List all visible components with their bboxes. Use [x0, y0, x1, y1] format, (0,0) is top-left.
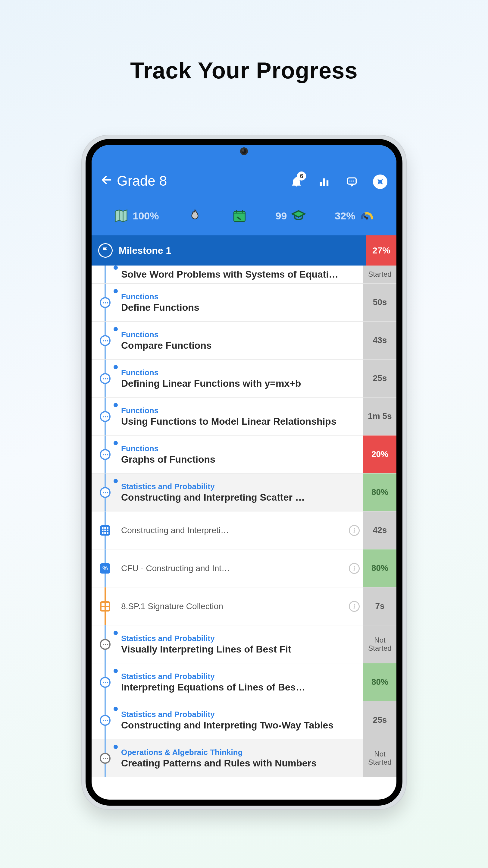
list-item[interactable]: %CFU - Constructing and Int…i80%: [92, 550, 396, 587]
list-item[interactable]: FunctionsGraphs of Functions20%: [92, 435, 396, 473]
list-item[interactable]: Statistics and ProbabilityInterpreting E…: [92, 663, 396, 701]
item-title: Constructing and Interpreti…: [121, 526, 339, 535]
timeline-cell: [92, 435, 119, 473]
info-button[interactable]: i: [345, 587, 363, 625]
item-category: Statistics and Probability: [121, 672, 357, 681]
item-status: Started: [363, 266, 396, 283]
svg-rect-20: [106, 603, 109, 606]
svg-rect-3: [327, 180, 328, 186]
metric-points[interactable]: 99: [275, 208, 307, 224]
item-content: Solve Word Problems with Systems of Equa…: [119, 266, 363, 283]
list-item[interactable]: Operations & Algebraic ThinkingCreating …: [92, 739, 396, 777]
metric-calendar[interactable]: [231, 208, 248, 224]
flame-icon: [187, 208, 203, 224]
svg-rect-16: [102, 532, 104, 534]
timeline-cell: [92, 663, 119, 701]
item-title: Using Functions to Model Linear Relation…: [121, 416, 357, 427]
timeline-cell: [92, 284, 119, 321]
item-content: FunctionsGraphs of Functions: [119, 435, 363, 473]
svg-point-7: [353, 181, 354, 182]
list-item[interactable]: FunctionsCompare Functions43s: [92, 321, 396, 360]
notifications-button[interactable]: 6: [290, 175, 303, 188]
item-title: Constructing and Interpreting Two-Way Ta…: [121, 720, 357, 731]
timeline-cell: [92, 587, 119, 625]
list-item[interactable]: Statistics and ProbabilityConstructing a…: [92, 701, 396, 739]
info-button[interactable]: i: [345, 512, 363, 549]
item-title: Graphs of Functions: [121, 454, 357, 465]
timeline-cell: %: [92, 550, 119, 587]
timeline-cell: [92, 739, 119, 777]
milestone-bar[interactable]: Milestone 1 27%: [92, 236, 396, 266]
list-item[interactable]: Solve Word Problems with Systems of Equa…: [92, 266, 396, 284]
item-content: 8.SP.1 Signature Collection: [119, 587, 345, 625]
item-title: Compare Functions: [121, 340, 357, 351]
item-category: Statistics and Probability: [121, 482, 357, 491]
progress-node-icon: [100, 297, 110, 308]
notification-count-badge: 6: [297, 172, 306, 181]
item-category: Statistics and Probability: [121, 710, 357, 719]
app-screenshot: Grade 8 6: [92, 145, 396, 800]
item-title: Interpreting Equations of Lines of Bes…: [121, 682, 357, 693]
info-button[interactable]: i: [345, 550, 363, 587]
grid-icon: [100, 525, 110, 535]
item-content: Statistics and ProbabilityVisually Inter…: [119, 625, 363, 663]
timeline-cell: [92, 321, 119, 359]
progress-node-icon: [100, 677, 110, 688]
list-item[interactable]: FunctionsUsing Functions to Model Linear…: [92, 398, 396, 435]
collection-icon: [100, 601, 110, 612]
item-status: 43s: [363, 321, 396, 359]
item-title: 8.SP.1 Signature Collection: [121, 601, 339, 611]
svg-point-6: [351, 181, 352, 182]
timeline-cell: [92, 398, 119, 435]
item-content: Statistics and ProbabilityConstructing a…: [119, 473, 363, 511]
phone-mockup: Grade 8 6: [82, 135, 407, 810]
timeline-cell: [92, 701, 119, 739]
compass-button[interactable]: [373, 175, 387, 189]
stats-button[interactable]: [318, 175, 331, 188]
list-item[interactable]: Statistics and ProbabilityConstructing a…: [92, 473, 396, 512]
svg-rect-11: [104, 527, 106, 529]
svg-rect-18: [107, 532, 109, 534]
metrics-bar: 100% 99: [92, 196, 396, 236]
progress-node-icon: [100, 639, 110, 650]
timeline-cell: [92, 266, 119, 283]
list-item[interactable]: FunctionsDefining Linear Functions with …: [92, 360, 396, 398]
chat-button[interactable]: [345, 175, 358, 188]
metric-points-value: 99: [275, 210, 287, 222]
item-title: Visually Interpreting Lines of Best Fit: [121, 644, 357, 655]
item-content: FunctionsDefine Functions: [119, 284, 363, 321]
list-item[interactable]: 8.SP.1 Signature Collectioni7s: [92, 587, 396, 625]
svg-rect-15: [107, 530, 109, 531]
flag-icon: [98, 243, 113, 258]
metric-streak[interactable]: [187, 208, 203, 224]
list-item[interactable]: Constructing and Interpreti…i42s: [92, 512, 396, 550]
svg-point-5: [350, 181, 351, 182]
item-category: Functions: [121, 406, 357, 415]
item-content: Operations & Algebraic ThinkingCreating …: [119, 739, 363, 777]
item-category: Functions: [121, 330, 357, 339]
percent-icon: %: [100, 563, 110, 574]
metric-map[interactable]: 100%: [113, 208, 159, 224]
item-content: FunctionsUsing Functions to Model Linear…: [119, 398, 363, 435]
item-title: Defining Linear Functions with y=mx+b: [121, 378, 357, 389]
timeline-cell: [92, 360, 119, 397]
list-item[interactable]: Statistics and ProbabilityVisually Inter…: [92, 625, 396, 663]
item-category: Operations & Algebraic Thinking: [121, 748, 357, 757]
svg-rect-10: [102, 527, 104, 529]
list-item[interactable]: FunctionsDefine Functions50s: [92, 284, 396, 321]
item-status: 80%: [363, 663, 396, 701]
item-title: CFU - Constructing and Int…: [121, 564, 339, 573]
metric-speed[interactable]: 32%: [335, 208, 375, 224]
svg-rect-17: [104, 532, 106, 534]
item-category: Functions: [121, 292, 357, 301]
topic-list[interactable]: Solve Word Problems with Systems of Equa…: [92, 266, 396, 800]
svg-rect-13: [102, 530, 104, 531]
svg-rect-21: [101, 607, 104, 610]
svg-rect-12: [107, 527, 109, 529]
map-icon: [113, 208, 129, 224]
item-status: 20%: [363, 435, 396, 473]
back-button[interactable]: [101, 174, 113, 188]
progress-node-icon: [100, 753, 110, 764]
calendar-icon: [231, 208, 248, 224]
item-title: Creating Patterns and Rules with Numbers: [121, 758, 357, 769]
